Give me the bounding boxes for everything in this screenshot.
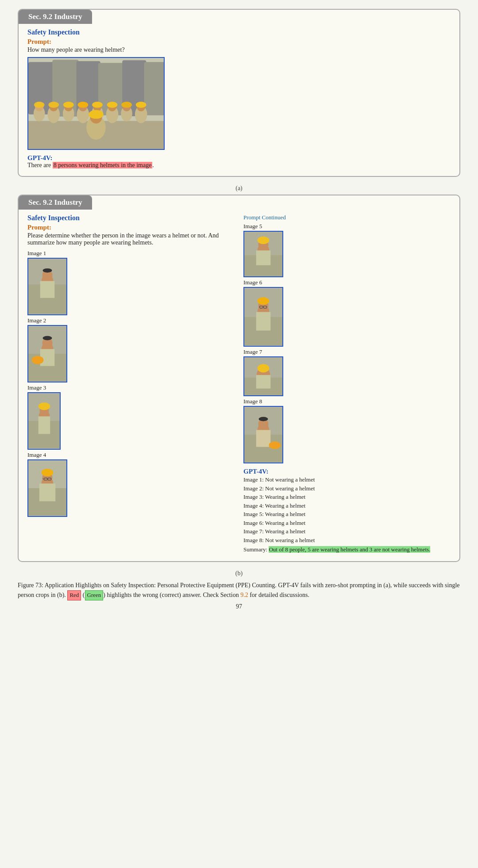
panel-a-gpt-answer: There are 8 persons wearing helmets in t…	[27, 162, 451, 169]
svg-point-73	[258, 297, 270, 305]
panel-a-answer-pre: There are	[27, 162, 53, 168]
svg-point-47	[32, 356, 44, 364]
panel-b-img1	[27, 258, 67, 315]
svg-point-80	[258, 364, 270, 372]
panel-a-tab: Sec. 9.2 Industry	[19, 10, 92, 24]
svg-rect-62	[39, 483, 55, 501]
gpt-result-6: Image 6: Wearing a helmet	[243, 519, 451, 528]
panel-b-img6	[243, 287, 283, 347]
svg-point-45	[42, 336, 52, 340]
panel-b-label: (b)	[18, 570, 460, 577]
img8-label: Image 8	[243, 398, 451, 405]
gpt-result-8: Image 8: Not wearing a helmet	[243, 536, 451, 545]
caption-green-label: Green	[85, 590, 104, 600]
panel-a-prompt-label: Prompt:	[27, 38, 451, 46]
panel-b-img8	[243, 406, 283, 463]
panel-b-summary: Summary: Out of 8 people, 5 are wearing …	[243, 545, 451, 554]
svg-rect-76	[256, 312, 270, 331]
page-number: 97	[18, 603, 460, 610]
gpt-result-5: Image 5: Wearing a helmet	[243, 510, 451, 519]
svg-point-86	[258, 417, 268, 421]
panel-a-answer-highlight: 8 persons wearing helmets in the image	[53, 162, 153, 168]
img4-label: Image 4	[27, 451, 235, 459]
svg-point-28	[121, 102, 132, 108]
panel-b-img4	[27, 459, 67, 517]
svg-point-13	[48, 102, 59, 108]
svg-point-31	[136, 102, 146, 108]
caption-end: for detailed discussions.	[248, 592, 309, 598]
svg-point-16	[63, 102, 74, 108]
gpt-result-7: Image 7: Wearing a helmet	[243, 527, 451, 536]
svg-point-39	[42, 268, 52, 273]
panel-b-gpt-label: GPT-4V:	[243, 468, 451, 475]
svg-point-34	[89, 110, 104, 119]
gpt-result-2: Image 2: Not wearing a helmet	[243, 484, 451, 493]
summary-pre: Summary:	[243, 546, 269, 553]
panel-a-prompt-text: How many people are wearing helmet?	[27, 46, 451, 54]
svg-rect-81	[256, 375, 270, 389]
svg-point-67	[258, 237, 270, 244]
svg-point-88	[269, 441, 281, 449]
gpt-result-4: Image 4: Wearing a helmet	[243, 501, 451, 510]
img1-label: Image 1	[27, 250, 235, 257]
panel-a-group-photo	[27, 57, 165, 150]
img6-label: Image 6	[243, 279, 451, 286]
panel-b-right: Prompt Continued Image 5 Image 6	[239, 214, 451, 554]
img7-label: Image 7	[243, 348, 451, 356]
figure-caption: Figure 73: Application Highlights on Saf…	[18, 581, 460, 600]
caption-red-label: Red	[67, 590, 81, 600]
svg-rect-40	[40, 281, 54, 298]
caption-paren-close: )	[103, 592, 105, 598]
img2-label: Image 2	[27, 317, 235, 324]
caption-text-2: highlights the wrong (correct) answer. C…	[107, 592, 240, 598]
svg-point-22	[92, 102, 103, 108]
svg-point-58	[42, 469, 54, 476]
gpt-result-1: Image 1: Not wearing a helmet	[243, 475, 451, 484]
summary-highlight: Out of 8 people, 5 are wearing helmets a…	[269, 546, 430, 553]
gpt-result-3: Image 3: Wearing a helmet	[243, 493, 451, 501]
panel-a-gpt-label: GPT-4V:	[27, 154, 451, 162]
prompt-continued-label: Prompt Continued	[243, 214, 451, 221]
panel-b-gpt-results: Image 1: Not wearing a helmet Image 2: N…	[243, 475, 451, 554]
svg-point-52	[39, 402, 50, 410]
panel-b-prompt-text: Please determine whether the person in t…	[27, 232, 235, 246]
svg-rect-68	[256, 250, 270, 265]
panel-a: Sec. 9.2 Industry Safety Inspection Prom…	[18, 9, 460, 177]
panel-a-answer-post: .	[152, 162, 154, 168]
svg-rect-53	[39, 417, 50, 434]
svg-point-10	[34, 102, 45, 108]
panel-b-img7	[243, 356, 283, 396]
img3-label: Image 3	[27, 384, 235, 391]
svg-point-25	[107, 102, 118, 108]
svg-rect-87	[256, 430, 270, 447]
panel-b-img5	[243, 231, 283, 277]
svg-point-19	[78, 102, 89, 108]
svg-rect-6	[144, 62, 164, 115]
panel-b-tab: Sec. 9.2 Industry	[19, 195, 92, 210]
panel-b: Sec. 9.2 Industry Safety Inspection Prom…	[18, 195, 460, 562]
panel-b-prompt-label: Prompt:	[27, 224, 235, 231]
panel-b-img2	[27, 325, 67, 382]
panel-b-left: Safety Inspection Prompt: Please determi…	[27, 214, 239, 554]
panel-a-title: Safety Inspection	[27, 28, 451, 36]
panel-a-label: (a)	[18, 185, 460, 192]
img5-label: Image 5	[243, 223, 451, 230]
panel-b-img3	[27, 392, 61, 450]
caption-link: 9.2	[240, 592, 248, 598]
panel-b-title: Safety Inspection	[27, 214, 235, 222]
